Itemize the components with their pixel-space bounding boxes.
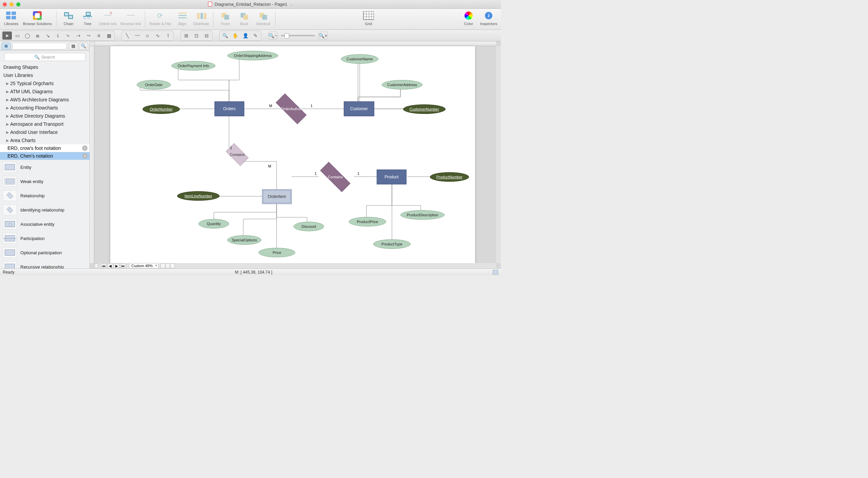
key-itemlinenumber[interactable]: ItemLineNumber [177,191,220,201]
align-icon [177,11,188,20]
lib-item[interactable]: ▶AWS Architecture Diagrams [0,96,90,104]
minimize-icon[interactable] [10,2,14,6]
chain-button[interactable]: Chain [59,10,78,26]
close-icon[interactable]: × [82,153,88,159]
conn5-tool[interactable]: ⤳ [84,32,93,40]
canvas[interactable]: Orders OrderNumber OrderDate OrderPaymen… [90,41,501,268]
shape-optional-participation[interactable]: Optional participation [0,245,90,260]
person-tool[interactable]: 👤 [241,32,250,40]
pencil-tool[interactable]: ✎ [251,32,260,40]
attr-discount[interactable]: Discount [294,222,324,231]
zoom-slider[interactable] [281,35,315,36]
sidebar-filter-input[interactable] [12,43,67,49]
image-tool[interactable]: ▦ [104,32,114,40]
view-mode-1[interactable] [161,263,165,268]
weak-orderitem[interactable]: OrderItem [263,190,291,203]
conn4-tool[interactable]: ⇢ [74,32,83,40]
attr-orderpayment[interactable]: OrderPayment Info [171,61,215,71]
bezier-tool[interactable]: ⌇ [163,32,173,40]
zoom-in-button[interactable]: 🔍+ [318,32,328,40]
libraries-button[interactable]: Libraries [2,10,20,26]
zoom-dropdown[interactable]: Custom 49% [129,263,158,268]
ellipse-tool[interactable]: ◯ [23,32,32,40]
thumbnail-icon[interactable] [493,270,498,275]
page[interactable]: Orders OrderNumber OrderDate OrderPaymen… [110,46,475,266]
zoom-out-button[interactable]: 🔍− [268,32,278,40]
shape-identifying-relationship[interactable]: Identifying relationship [0,203,90,217]
text-tool[interactable]: ≣ [33,32,42,40]
key-ordernumber[interactable]: OrderNumber [143,104,180,114]
shape-weak-entity[interactable]: Weak entity [0,174,90,188]
conn2-tool[interactable]: ⤹ [53,32,63,40]
pointer-tool[interactable]: ➤ [2,32,12,40]
maximize-icon[interactable] [16,2,20,6]
shape-associative-entity[interactable]: Associative entity [0,217,90,231]
lib-item[interactable]: ▶Aerospace and Transport [0,120,90,128]
lib-tab-crow[interactable]: ERD, crow's foot notation× [0,144,90,152]
shape-relationship[interactable]: Relationship [0,188,90,203]
browse-solutions-button[interactable]: Browse Solutions [21,10,54,26]
lib-item[interactable]: ▶Android User Interface [0,128,90,136]
search-input[interactable]: 🔍 Search [4,53,86,61]
search-button[interactable]: 🔍 [79,42,88,50]
attr-productdesc[interactable]: ProductDescription [400,210,445,220]
library-panel-icon[interactable]: ▦ [1,42,11,50]
conn6-tool[interactable]: ⤨ [94,32,103,40]
nav-next[interactable]: ▶ [114,263,120,268]
lib-item[interactable]: ▶ATM UML Diagrams [0,87,90,96]
snap2-tool[interactable]: ⊡ [192,32,201,40]
hand-tool[interactable]: ✋ [230,32,240,40]
grid-button[interactable]: Grid [359,10,378,26]
spline-tool[interactable]: ∿ [153,32,163,40]
shape-entity[interactable]: Entity [0,160,90,174]
nav-prev[interactable]: ◀ [107,263,113,268]
attr-productprice[interactable]: ProductPrice [349,217,386,226]
key-productnumber[interactable]: ProductNumber [430,172,469,182]
curve-tool[interactable]: 〰 [133,32,142,40]
view-mode-2[interactable] [165,263,170,268]
lib-item[interactable]: ▶Area Charts [0,136,90,144]
zoom-tool[interactable]: 🔍 [220,32,230,40]
key-customernumber[interactable]: CustomerNumber [403,104,446,114]
view-mode-3[interactable] [170,263,175,268]
attr-quantity[interactable]: Quantity [199,219,229,228]
lib-item[interactable]: ▶Active Directory Diagrams [0,112,90,120]
color-button[interactable]: Color [459,10,478,26]
rel-orderauthor[interactable]: OrderAuthor [276,98,306,120]
inspectors-button[interactable]: iInspectors [478,10,499,26]
rect-tool[interactable]: ▭ [13,32,22,40]
poly-tool[interactable]: ⎌ [143,32,152,40]
entity-customer[interactable]: Customer [344,101,374,116]
lib-item[interactable]: ▶Accounting Flowcharts [0,104,90,112]
rel-contains2[interactable]: Contains [320,166,351,187]
lib-item[interactable]: ▶25 Typical Orgcharts [0,79,90,87]
conn1-tool[interactable]: ↘ [43,32,53,40]
shape-recursive-relationship[interactable]: Recursive relationship [0,260,90,268]
scrollbar-vertical[interactable] [496,46,501,263]
close-icon[interactable]: × [82,145,88,151]
snap3-tool[interactable]: ⊟ [202,32,211,40]
attr-price[interactable]: Price [259,248,295,257]
lib-user-libraries[interactable]: User Libraries [0,71,90,79]
chevron-down-icon[interactable]: ⌄ [290,2,293,6]
attr-specialoptions[interactable]: SpecialOptions [227,235,261,245]
close-icon[interactable] [3,2,7,6]
attr-ordershipping[interactable]: OrderShippingAddress [227,51,278,60]
snap1-tool[interactable]: ⊞ [182,32,191,40]
tree-button[interactable]: Tree [78,10,97,26]
attr-orderdate[interactable]: OrderDate [137,80,171,89]
attr-producttype[interactable]: ProductType [373,239,411,249]
line-tool[interactable]: ╲ [122,32,132,40]
nav-first[interactable]: ⏮ [101,263,107,268]
pause-icon[interactable] [95,263,98,268]
lib-drawing-shapes[interactable]: Drawing Shapes [0,63,90,71]
conn3-tool[interactable]: ⤷ [63,32,73,40]
nav-last[interactable]: ⏭ [120,263,126,268]
entity-product[interactable]: Product [377,170,407,184]
attr-customername[interactable]: CustomerName [341,54,378,64]
lib-tab-chen[interactable]: ERD, Chen's notation× [0,152,90,160]
shape-participation[interactable]: Participation [0,231,90,245]
entity-orders[interactable]: Orders [214,101,244,116]
grid-view-button[interactable]: ▦ [69,42,78,50]
attr-customeraddress[interactable]: CustomerAddress [382,80,422,89]
